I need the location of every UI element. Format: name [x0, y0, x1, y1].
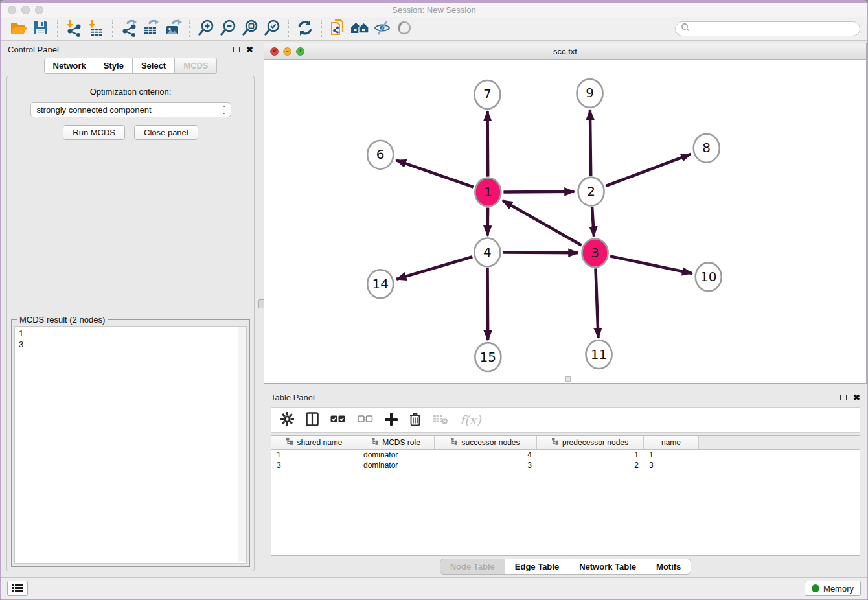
graph-edge-3-11[interactable]	[595, 268, 598, 338]
tab-edge-table[interactable]: Edge Table	[505, 559, 569, 575]
toolbar-separator	[321, 20, 322, 37]
table-cell[interactable]: dominator	[358, 460, 435, 470]
graph-node-label-2: 2	[587, 183, 595, 199]
tab-network-table[interactable]: Network Table	[569, 559, 646, 575]
mcds-result-list[interactable]: 1 3	[14, 326, 247, 564]
export-image-button[interactable]	[162, 19, 184, 38]
table-cell[interactable]: 1	[537, 450, 644, 460]
toolbar-separator	[288, 20, 289, 37]
graph-node-label-4: 4	[483, 244, 492, 260]
import-network-button[interactable]	[63, 19, 85, 38]
show-columns-button[interactable]	[306, 412, 319, 428]
tab-network[interactable]: Network	[44, 58, 95, 74]
refresh-layout-button[interactable]	[294, 19, 316, 38]
show-hide-button[interactable]	[393, 19, 415, 38]
graph-node-label-10: 10	[700, 269, 716, 284]
export-table-button[interactable]	[140, 19, 162, 38]
select-all-rows-button[interactable]	[330, 415, 346, 425]
column-header-predecessor-nodes[interactable]: predecessor nodes	[537, 436, 644, 449]
table-cell[interactable]: 1	[271, 450, 358, 460]
memory-button[interactable]: Memory	[805, 581, 861, 596]
import-table-button[interactable]	[85, 19, 107, 38]
float-panel-icon[interactable]	[233, 47, 240, 52]
graph-node-label-3: 3	[591, 245, 599, 260]
column-header-successor-nodes[interactable]: successor nodes	[435, 436, 537, 449]
import-table-icon	[87, 19, 105, 39]
add-column-button[interactable]	[385, 413, 398, 428]
table-cell[interactable]: 3	[435, 460, 537, 470]
table-cell[interactable]: dominator	[358, 450, 435, 460]
criterion-select[interactable]: strongly connected component ⌃⌄	[30, 102, 231, 117]
zoom-in-button[interactable]	[195, 19, 217, 38]
close-table-panel-icon[interactable]: ✖	[853, 393, 860, 402]
tab-node-table[interactable]: Node Table	[440, 559, 505, 575]
clone-network-button[interactable]	[327, 19, 349, 38]
close-panel-icon[interactable]: ✖	[246, 45, 253, 54]
column-header-name[interactable]: name	[644, 436, 699, 449]
graph-edge-3-1[interactable]	[503, 200, 582, 245]
run-mcds-button[interactable]: Run MCDS	[63, 125, 125, 140]
refresh-icon	[297, 19, 314, 38]
zoom-out-icon	[219, 19, 237, 39]
column-header-label: successor nodes	[461, 438, 520, 447]
hide-panels-button[interactable]	[371, 19, 393, 38]
tab-mcds[interactable]: MCDS	[175, 58, 217, 74]
tab-select[interactable]: Select	[133, 58, 175, 74]
graph-edge-3-10[interactable]	[610, 256, 692, 273]
tab-motifs[interactable]: Motifs	[646, 559, 691, 575]
delete-column-button[interactable]	[409, 412, 421, 428]
select-all-icon	[330, 415, 346, 425]
hierarchy-icon	[286, 438, 293, 447]
zoom-fit-icon	[241, 19, 259, 39]
home-button[interactable]	[349, 19, 371, 38]
zoom-selected-icon	[263, 19, 281, 39]
save-session-button[interactable]	[30, 19, 52, 38]
column-header-shared-name[interactable]: shared name	[271, 436, 358, 449]
graph-edge-2-3[interactable]	[592, 207, 594, 236]
graph-node-label-8: 8	[702, 140, 711, 156]
title-bar: Session: New Session	[1, 3, 867, 17]
float-table-panel-icon[interactable]	[840, 395, 847, 400]
export-image-icon	[164, 19, 182, 39]
list-icon	[12, 583, 23, 594]
zoom-selected-button[interactable]	[261, 19, 283, 38]
table-cell[interactable]: 3	[271, 460, 358, 470]
zoom-fit-button[interactable]	[239, 19, 261, 38]
graph-edge-4-15[interactable]	[488, 268, 488, 340]
open-session-button[interactable]	[8, 19, 30, 38]
window-title: Session: New Session	[1, 5, 867, 15]
table-settings-button[interactable]	[280, 412, 294, 428]
delete-table-icon	[433, 413, 448, 427]
table-cell[interactable]: 4	[435, 450, 537, 460]
network-window-title: scc.txt	[264, 47, 866, 56]
network-canvas[interactable]: 7968124314101511	[264, 60, 866, 383]
fx-icon: f(x)	[460, 413, 481, 427]
table-panel-title: Table Panel	[271, 393, 315, 402]
deselect-all-rows-button[interactable]	[358, 415, 373, 425]
graph-edge-1-6[interactable]	[396, 160, 474, 187]
graph-edge-1-2[interactable]	[503, 192, 574, 192]
function-builder-button[interactable]: f(x)	[460, 413, 481, 427]
export-network-button[interactable]	[118, 19, 140, 38]
graph-edge-4-14[interactable]	[396, 257, 472, 279]
result-scrollbar[interactable]	[238, 327, 246, 562]
task-history-button[interactable]	[7, 581, 28, 596]
table-row[interactable]: 1dominator411	[271, 450, 860, 460]
graph-edge-2-9[interactable]	[590, 110, 591, 176]
table-cell[interactable]: 3	[644, 460, 699, 470]
close-panel-button[interactable]: Close panel	[134, 125, 198, 140]
graph-edge-2-8[interactable]	[606, 154, 691, 186]
table-cell[interactable]: 1	[644, 450, 699, 460]
table-row[interactable]: 3dominator323	[271, 460, 860, 470]
table-body: 1dominator4113dominator323	[271, 450, 860, 470]
search-input[interactable]	[691, 23, 860, 34]
search-field[interactable]	[675, 21, 860, 36]
delete-table-button[interactable]	[433, 413, 448, 427]
network-resize-grip[interactable]	[565, 376, 571, 382]
tab-style[interactable]: Style	[95, 58, 133, 74]
column-header-MCDS-role[interactable]: MCDS role	[358, 436, 435, 449]
zoom-out-button[interactable]	[217, 19, 239, 38]
graph-edge-1-7[interactable]	[488, 111, 488, 177]
table-cell[interactable]: 2	[537, 460, 644, 470]
graph-edge-4-3[interactable]	[503, 253, 578, 253]
